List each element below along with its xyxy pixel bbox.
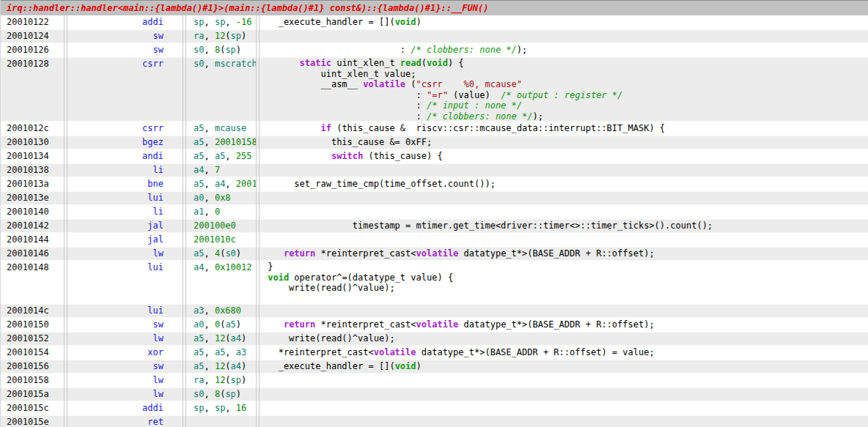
token: a5 <box>194 347 204 357</box>
disasm-row[interactable]: 20010138lia4, 7 <box>1 163 868 177</box>
token: volatile <box>416 248 459 259</box>
disasm-row[interactable]: 20010150swa0, 0(a5) return *reinterpret_… <box>1 318 868 332</box>
token: _execute_handler = []( <box>262 361 395 371</box>
source-cell <box>260 29 868 43</box>
mnemonic-cell: sw <box>67 43 183 57</box>
disasm-row[interactable]: 2001014cluia3, 0x680 <box>1 304 868 318</box>
disasm-row[interactable]: 20010144jal2001010c <box>1 233 868 247</box>
token: a4 <box>215 179 225 189</box>
source-line: uint_xlen_t value; <box>262 69 868 80</box>
mnemonic-cell: xor <box>67 346 183 360</box>
token: , <box>204 179 214 189</box>
token: ) <box>241 361 246 371</box>
operands-cell: s0, 8(sp) <box>186 43 256 57</box>
token: 12 <box>215 375 225 385</box>
source-cell: this_cause &= 0xFF; <box>260 135 868 149</box>
function-signature-header: irq::handler::handler<main::{lambda()#1}… <box>1 0 868 15</box>
token: a5 <box>194 137 204 147</box>
token: sp <box>194 17 204 27</box>
source-line: : /* clobbers: none */); <box>262 43 868 57</box>
source-line: set_raw_time_cmp(time_offset.count()); <box>262 177 868 191</box>
disasm-row[interactable]: 2001015eret <box>1 415 868 427</box>
token: set_raw_time_cmp(time_offset.count()); <box>262 179 496 189</box>
address-cell: 2001013a <box>1 177 64 191</box>
disasm-row[interactable]: 20010158lwra, 12(sp) <box>1 374 868 387</box>
disasm-row[interactable]: 2001015caddisp, sp, 16 <box>1 401 868 415</box>
token: sp <box>194 403 204 413</box>
token: a5 <box>194 333 204 344</box>
operands-cell: a3, 0x680 <box>186 304 256 318</box>
token: a1 <box>194 207 204 217</box>
disasm-row[interactable]: 2001013abnea5, a4, 20010158 set_raw_time… <box>1 177 868 191</box>
token: ) { <box>448 58 464 68</box>
token: 0x8 <box>215 193 231 203</box>
disasm-row[interactable]: 20010146lwa5, 4(s0) return *reinterpret_… <box>1 247 868 261</box>
token: sp <box>215 403 225 413</box>
source-cell: if (this_cause & riscv::csr::mcause_data… <box>260 122 868 135</box>
token: 0 <box>215 207 220 217</box>
mnemonic-cell: bgez <box>67 135 183 149</box>
disasm-row[interactable]: 20010142jal200100e0 timestamp = mtimer.g… <box>1 219 868 233</box>
source-cell <box>260 304 868 318</box>
token: , <box>204 207 214 217</box>
token: 12 <box>215 333 225 344</box>
operands-cell: s0, 8(sp) <box>186 387 256 401</box>
disasm-row[interactable]: 2001012ccsrra5, mcause if (this_cause & … <box>1 122 868 135</box>
token: write(read()^value); <box>262 333 395 344</box>
token: volatile <box>374 347 416 357</box>
address-cell: 2001012c <box>1 122 64 135</box>
source-cell: set_raw_time_cmp(time_offset.count()); <box>260 177 868 191</box>
token: , <box>204 123 214 133</box>
token: if <box>320 123 331 133</box>
operands-cell: ra, 12(sp) <box>186 374 256 387</box>
disassembly-view: irq::handler::handler<main::{lambda()#1}… <box>0 0 868 427</box>
disasm-row[interactable]: 20010154xora5, a5, a3 *reinterpret_cast<… <box>1 346 868 360</box>
disasm-row[interactable]: 20010148luia4, 0x10012 } void operator^=… <box>1 261 868 304</box>
disasm-row[interactable]: 20010134andia5, a5, 255 switch (this_cau… <box>1 149 868 163</box>
disasm-row[interactable]: 20010128csrrs0, mscratch static uint_xle… <box>1 57 868 122</box>
token: 20010158 <box>236 179 256 189</box>
token: volatile <box>363 79 405 89</box>
mnemonic-cell: lw <box>67 374 183 387</box>
mnemonic-cell: andi <box>67 149 183 163</box>
token: switch <box>331 151 363 161</box>
token <box>262 151 331 161</box>
mnemonic-cell: lw <box>67 247 183 261</box>
token: return <box>284 248 315 259</box>
token: , <box>204 375 214 385</box>
token: ( <box>225 375 230 385</box>
token: sp <box>225 389 235 399</box>
disasm-row[interactable]: 20010124swra, 12(sp) <box>1 29 868 43</box>
token: } <box>262 261 273 272</box>
operands-cell: a5, 4(s0) <box>186 247 256 261</box>
token: *reinterpret_cast< <box>315 248 416 259</box>
address-cell: 2001015e <box>1 415 64 427</box>
source-line: } <box>262 261 868 272</box>
token: ( <box>225 333 230 344</box>
token: ) <box>241 375 246 385</box>
source-line: write(read()^value); <box>262 332 868 346</box>
disasm-row[interactable]: 2001013eluia0, 0x8 <box>1 191 868 205</box>
disasm-row[interactable]: 20010152lwa5, 12(a4) write(read()^value)… <box>1 332 868 346</box>
token: : <box>262 90 427 100</box>
token: , <box>204 59 214 69</box>
disasm-row[interactable]: 20010122addisp, sp, -16 _execute_handler… <box>1 15 868 29</box>
token: ( <box>422 58 427 68</box>
token: sp <box>231 375 241 385</box>
mnemonic-cell: li <box>67 163 183 177</box>
disasm-row[interactable]: 20010130bgeza5, 20010158 this_cause &= 0… <box>1 135 868 149</box>
token: "=r" <box>427 90 448 100</box>
token: : <box>262 45 411 55</box>
source-line: this_cause &= 0xFF; <box>262 135 868 149</box>
disasm-row[interactable]: 20010126sws0, 8(sp) : /* clobbers: none … <box>1 43 868 57</box>
token: sp <box>231 31 241 41</box>
token: *reinterpret_cast< <box>315 319 416 330</box>
address-cell: 20010122 <box>1 15 64 29</box>
disasm-row[interactable]: 20010140lia1, 0 <box>1 205 868 219</box>
address-cell: 2001014c <box>1 304 64 318</box>
operands-cell: a0, 0(a5) <box>186 318 256 332</box>
address-cell: 20010140 <box>1 205 64 219</box>
disasm-row[interactable]: 2001015alws0, 8(sp) <box>1 387 868 401</box>
mnemonic-cell: bne <box>67 177 183 191</box>
disasm-row[interactable]: 20010156swa5, 12(a4) _execute_handler = … <box>1 360 868 374</box>
